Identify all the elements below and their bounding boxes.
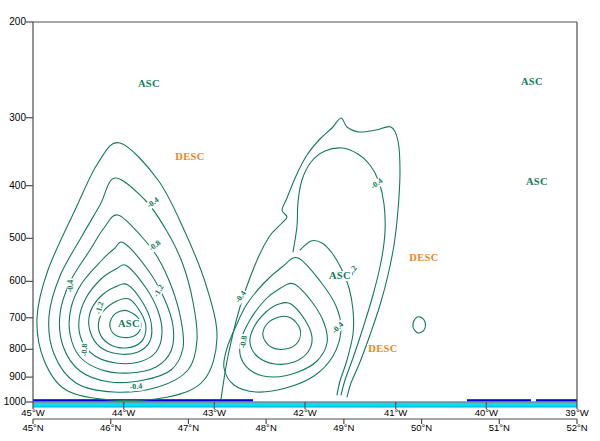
longitude-tick-label: 40°W <box>464 408 508 418</box>
latitude-tick-label: 47°N <box>166 423 210 433</box>
pressure-tick-label: 1000 <box>0 397 26 407</box>
contour-value-label: -0.4 <box>128 382 143 391</box>
latitude-tick-label: 45°N <box>11 423 55 433</box>
longitude-tick-label: 41°W <box>374 408 418 418</box>
pressure-tick-label: 500 <box>0 233 26 243</box>
pressure-tick-label: 200 <box>0 17 26 27</box>
latitude-tick-label: 48°N <box>244 423 288 433</box>
ascent-region-label: ASC <box>328 271 352 281</box>
pressure-tick-label: 800 <box>0 344 26 354</box>
contour-path <box>250 302 312 364</box>
pressure-tick-label: 900 <box>0 372 26 382</box>
contour-value-label: -0.8 <box>81 343 90 358</box>
longitude-tick-label: 44°W <box>102 408 146 418</box>
contour-path <box>79 265 162 364</box>
pressure-tick-label: 400 <box>0 181 26 191</box>
ascent-region-label: ASC <box>117 319 141 329</box>
pressure-tick-label: 300 <box>0 113 26 123</box>
latitude-tick-label: 52°N <box>555 423 599 433</box>
latitude-tick-label: 49°N <box>322 423 366 433</box>
contour-path <box>300 241 354 395</box>
ascent-region-label: ASC <box>137 79 161 89</box>
contour-lines <box>37 118 425 401</box>
descent-region-label: DESC <box>367 344 399 354</box>
contour-plot-canvas <box>0 0 600 441</box>
axes-and-ticks <box>26 22 577 424</box>
contour-cross-section-figure: 200300400500600700800900100045°W44°W43°W… <box>0 0 600 441</box>
contour-value-label: -0.4 <box>67 279 75 294</box>
surface-blue-line <box>467 399 531 401</box>
longitude-tick-label: 39°W <box>555 408 599 418</box>
ascent-region-label: ASC <box>520 77 544 87</box>
longitude-tick-label: 43°W <box>192 408 236 418</box>
pressure-tick-label: 700 <box>0 313 26 323</box>
longitude-tick-label: 45°W <box>11 408 55 418</box>
ascent-region-label: ASC <box>525 177 549 187</box>
surface-blue-line <box>536 399 577 401</box>
latitude-tick-label: 46°N <box>89 423 133 433</box>
descent-region-label: DESC <box>408 253 440 263</box>
contour-path <box>413 317 425 333</box>
longitude-tick-label: 42°W <box>283 408 327 418</box>
contour-path <box>224 258 341 393</box>
latitude-tick-label: 51°N <box>477 423 521 433</box>
contour-path <box>263 316 301 349</box>
contour-path <box>37 143 217 401</box>
descent-region-label: DESC <box>174 152 206 162</box>
latitude-tick-label: 50°N <box>400 423 444 433</box>
contour-path <box>221 118 400 399</box>
pressure-tick-label: 600 <box>0 276 26 286</box>
